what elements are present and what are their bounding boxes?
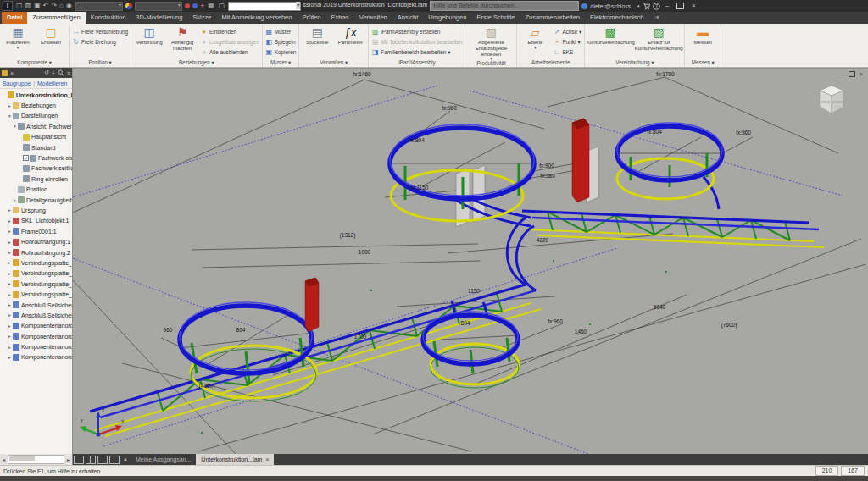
erstellen-button[interactable]: ▢Erstellen <box>36 25 66 46</box>
messen-button[interactable]: ▬Messen <box>687 25 718 46</box>
signed-in-user[interactable]: dieter@schloss...▾ <box>590 3 639 9</box>
ribbon-tab-[interactable]: ◦▾ <box>648 12 664 24</box>
verbindung-button[interactable]: ◫Verbindung <box>134 25 164 46</box>
tree-item-anschluß-seilsicherung[interactable]: ▸Anschluß Seilsicherung <box>0 300 72 310</box>
scrollbar-thumb[interactable] <box>9 456 35 461</box>
color-wheel-icon[interactable] <box>125 3 132 9</box>
tree-item-komponentenanordnung[interactable]: ▸Komponentenanordnung <box>0 321 72 331</box>
expander-icon[interactable]: ▸ <box>7 281 13 286</box>
tree-item-hauptansicht[interactable]: Hauptansicht <box>0 132 72 142</box>
abhängig-machen-button[interactable]: ⚑Abhängig machen <box>167 25 198 52</box>
tree-item-ring-einrollen[interactable]: Ring einrollen <box>0 174 72 184</box>
ribbon-tab-konstruktion[interactable]: Konstruktion <box>86 12 131 24</box>
platzieren-button[interactable]: ▦Platzieren▾ <box>3 25 33 49</box>
help-icon[interactable]: ? <box>653 3 660 10</box>
tree-item-komponentenanordnung[interactable]: ▸Komponentenanordnung <box>0 341 72 351</box>
horizontal-split-icon[interactable] <box>97 456 108 464</box>
inventor-logo-icon[interactable]: I <box>3 1 13 11</box>
ribbon-tab-datei[interactable]: Datei <box>2 12 27 24</box>
expander-icon[interactable]: ▸ <box>7 334 13 339</box>
minimize-button[interactable]: – <box>663 0 671 12</box>
expander-icon[interactable]: ▸ <box>7 207 13 213</box>
ribbon-tab-umgebungen[interactable]: Umgebungen <box>423 12 471 24</box>
pane-layout2-icon[interactable]: ▢ <box>218 0 226 12</box>
checkbox[interactable]: ✓ <box>23 155 29 161</box>
browser-tab-baugruppe[interactable]: Baugruppe <box>3 80 31 86</box>
expander-icon[interactable]: ▾ <box>7 113 13 119</box>
appearance-dot-icon[interactable] <box>185 3 190 8</box>
scrollbar-track[interactable] <box>8 455 64 464</box>
browser-menu-icon[interactable]: ≡ <box>67 70 70 76</box>
ribbon-tab-zusammenarbeiten[interactable]: Zusammenarbeiten <box>520 12 585 24</box>
expander-icon[interactable]: ▸ <box>7 250 13 255</box>
doc-restore-icon[interactable] <box>849 71 855 77</box>
tree-item-frame0001-1[interactable]: ▸Frame0001:1 <box>0 226 72 236</box>
scroll-right-icon[interactable]: ▸ <box>64 456 72 462</box>
expander-icon[interactable]: ▸ <box>12 197 18 202</box>
expander-icon[interactable]: ▸ <box>7 323 13 329</box>
browser-horizontal-scrollbar[interactable]: ◂ ▸ <box>0 454 73 465</box>
browser-add-icon[interactable]: + <box>52 70 55 76</box>
scroll-left-icon[interactable]: ◂ <box>0 456 8 462</box>
tile-windows-icon[interactable] <box>86 456 96 464</box>
material-dropdown[interactable] <box>75 2 123 11</box>
expander-icon[interactable]: ▸ <box>7 345 13 350</box>
tree-item-komponentenanordnung[interactable]: ▸Komponentenanordnung <box>0 352 72 362</box>
ebene-button[interactable]: ▱Ebene▾ <box>520 25 550 49</box>
ribbon-tab-3d-modellierung[interactable]: 3D-Modellierung <box>131 12 187 24</box>
close-tab-icon[interactable]: × <box>265 456 269 462</box>
einblenden-button[interactable]: ●Einblenden <box>200 27 259 36</box>
expander-icon[interactable]: ▸ <box>7 260 13 265</box>
tree-item-ursprung[interactable]: ▸Ursprung <box>0 205 72 215</box>
redo-icon[interactable]: ↷ <box>50 0 58 12</box>
collapse-dock-icon[interactable]: ▲ <box>120 454 131 465</box>
freie-verschiebung-button[interactable]: ↔Freie Verschiebung <box>72 27 128 36</box>
restore-button[interactable] <box>676 3 684 9</box>
home-icon[interactable]: ⌂ <box>58 0 64 12</box>
expander-icon[interactable]: ▸ <box>7 229 13 234</box>
ribbon-tab-extras[interactable]: Extras <box>326 12 354 24</box>
ribbon-tab-prüfen[interactable]: Prüfen <box>297 12 326 24</box>
punkt-button[interactable]: +Punkt ▾ <box>553 37 581 47</box>
spiegeln-button[interactable]: ◧Spiegeln <box>265 37 297 47</box>
ribbon-tab-verwalten[interactable]: Verwalten <box>354 12 392 24</box>
user-avatar-icon[interactable] <box>581 3 587 9</box>
expander-icon[interactable]: ▸ <box>7 103 13 108</box>
expander-icon[interactable]: ▸ <box>7 302 13 307</box>
add-icon[interactable]: + <box>200 2 204 10</box>
expander-icon[interactable]: ▸ <box>7 240 13 245</box>
ribbon-tab-erste-schritte[interactable]: Erste Schritte <box>471 12 520 24</box>
tree-item-beziehungen[interactable]: ▸Beziehungen <box>0 100 72 110</box>
tree-item-verbindungsplatte-seite[interactable]: ▸Verbindungsplatte_Seite <box>0 257 72 268</box>
abgeleitete-ersatzobjekte-erstellen-button[interactable]: ▧Abgeleitete Ersatzobjekte erstellen▾ <box>468 25 514 60</box>
tree-item-skl-lichtobjekt-1[interactable]: ▸SKL_Lichtobjekt:1 <box>0 216 72 226</box>
achse-button[interactable]: ↗Achse ▾ <box>553 27 581 36</box>
expander-icon[interactable]: ▸ <box>7 292 13 297</box>
material-dot-icon[interactable] <box>192 3 198 8</box>
ribbon-tab-ansicht[interactable]: Ansicht <box>392 12 424 24</box>
stückliste-button[interactable]: ▤Stückliste <box>302 25 332 46</box>
browser-close-icon[interactable]: × <box>10 70 14 76</box>
tree-item-unterkonstruktion-lichtobjekt[interactable]: Unterkonstruktion_Lichtobjekt <box>0 90 72 100</box>
expander-icon[interactable]: ▾ <box>12 124 18 129</box>
parameter-button[interactable]: ƒxParameter <box>335 25 365 46</box>
pane-layout-icon[interactable]: ▦ <box>207 0 215 12</box>
render-icon[interactable]: ◉ <box>65 0 73 12</box>
browser-tab-modellieren[interactable]: Modellieren <box>37 80 67 86</box>
3d-viewport[interactable]: fx:1460fx:1700fx:960fx:804fx:804fx:960fx… <box>73 68 868 454</box>
close-button[interactable]: × <box>689 0 698 12</box>
tree-item-anschluß-seilsicherung[interactable]: ▸Anschluß Seilsicherung <box>0 310 72 320</box>
document-tab-meine-ausgangsan[interactable]: Meine Ausgangsan... <box>131 454 196 465</box>
vertical-split-icon[interactable] <box>109 456 120 464</box>
kopieren-button[interactable]: ▣Kopieren <box>265 47 297 57</box>
ribbon-tab-elektromechanisch[interactable]: Elektromechanisch <box>585 12 648 24</box>
appearance-dropdown[interactable] <box>135 2 182 11</box>
familienbereich-bearbeiten-button[interactable]: ◨Familienbereich bearbeiten ▾ <box>371 47 462 57</box>
tree-item-fachwerk-seitlich[interactable]: Fachwerk seitlich <box>0 163 72 174</box>
3d-viewport-scene[interactable] <box>73 69 868 454</box>
tree-item-darstellungen[interactable]: ▾Darstellungen <box>0 111 72 121</box>
ribbon-tab-skizze[interactable]: Skizze <box>187 12 216 24</box>
ribbon-tab-mit-anmerkung-versehen[interactable]: Mit Anmerkung versehen <box>216 12 297 24</box>
doc-minimize-icon[interactable]: — <box>838 71 844 77</box>
view-cube[interactable]: LINKS VORNE <box>811 83 852 120</box>
